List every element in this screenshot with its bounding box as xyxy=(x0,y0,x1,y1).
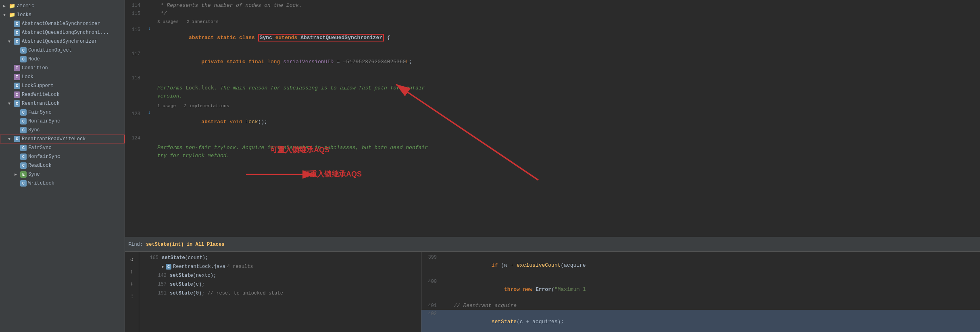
result-item[interactable]: 142 setState(nextc); xyxy=(139,271,421,280)
folder-icon: 📁 xyxy=(9,12,15,18)
find-bar: Find: setState(int) in All Places xyxy=(125,237,980,251)
enum-icon: E xyxy=(20,171,27,178)
result-line-num: 165 xyxy=(142,255,162,261)
sidebar-item-label: ReentrantReadWriteLock xyxy=(22,136,85,142)
class-icon: C xyxy=(14,100,20,107)
sidebar-item-readwrite-lock[interactable]: I ReadWriteLock xyxy=(0,90,125,99)
result-content: setState(nextc); xyxy=(170,273,216,278)
sidebar-item-label: NonfairSync xyxy=(28,154,60,160)
sidebar-item-sync[interactable]: C Sync xyxy=(0,126,125,135)
sidebar-item-abstract-queued[interactable]: ▼ C AbstractQueuedSynchronizer xyxy=(0,37,125,46)
code-line-doc1: Performs Lock.lock. The main reason for … xyxy=(125,82,980,102)
result-content: setState(0); // reset to unlocked state xyxy=(170,290,283,296)
bottom-code-line-402: 402 setState(c + acquires); xyxy=(421,310,980,332)
sidebar-item-abstract-ownable[interactable]: C AbstractOwnableSynchronizer xyxy=(0,19,125,28)
interface-icon: I xyxy=(14,74,20,80)
interface-icon: I xyxy=(14,65,20,71)
chevron-icon: ▶ xyxy=(162,264,164,269)
result-line-num: 142 xyxy=(150,273,170,278)
folder-icon: 📁 xyxy=(9,3,15,9)
usage-badge: 3 usages 2 inheritors xyxy=(154,18,980,26)
sidebar-item-abstract-queued-long[interactable]: C AbstractQueuedLongSynchroni... xyxy=(0,28,125,37)
result-content: setState(c); xyxy=(170,282,204,287)
bottom-code-line-400: 400 throw new Error("Maximum l xyxy=(421,278,980,302)
code-line-115: 115 */ xyxy=(125,10,980,18)
line-number: 401 xyxy=(421,302,441,310)
line-content: */ xyxy=(154,10,980,18)
find-query: setState(int) in All Places xyxy=(146,242,224,247)
up-button[interactable]: ↑ xyxy=(127,267,136,276)
sidebar-item-condition[interactable]: I Condition xyxy=(0,64,125,73)
code-line-118: 118 xyxy=(125,74,980,82)
line-content: Performs Lock.lock. The main reason for … xyxy=(154,82,436,102)
result-item[interactable]: 191 setState(0); // reset to unlocked st… xyxy=(139,289,421,298)
class-icon: C xyxy=(14,29,20,36)
class-icon: C xyxy=(20,154,27,160)
line-content: abstract static class Sync extends Abstr… xyxy=(154,26,980,50)
sidebar-item-reentrant-readwrite[interactable]: ▼ C ReentrantReadWriteLock xyxy=(0,135,125,143)
sidebar-item-lock[interactable]: I Lock xyxy=(0,73,125,81)
bottom-code-line-399: 399 if (w + exclusiveCount(acquire xyxy=(421,253,980,278)
sidebar-item-rrwl-nonfair-sync[interactable]: C NonfairSync xyxy=(0,152,125,161)
bottom-code-line-401: 401 // Reentrant acquire xyxy=(421,302,980,310)
sidebar-item-rrwl-sync[interactable]: ▶ E Sync xyxy=(0,170,125,179)
line-number: 402 xyxy=(421,310,441,318)
result-filename: ReentrantLock.java xyxy=(173,264,225,270)
class-icon: C xyxy=(14,38,20,45)
sidebar-item-label: ReadLock xyxy=(28,163,52,168)
line-number: 117 xyxy=(125,50,144,58)
code-editor: 114 * Represents the number of nodes on … xyxy=(125,0,980,251)
chevron-icon: ▶ xyxy=(3,4,9,8)
class-icon: C xyxy=(20,47,27,54)
sidebar-item-label: WriteLock xyxy=(28,181,54,186)
code-line-meta1: 3 usages 2 inheritors xyxy=(125,18,980,26)
right-code-panel: 399 if (w + exclusiveCount(acquire 400 t… xyxy=(421,252,980,332)
sidebar-item-lock-support[interactable]: C LockSupport xyxy=(0,81,125,90)
down-button[interactable]: ↓ xyxy=(127,279,136,288)
sidebar-item-condition-object[interactable]: C ConditionObject xyxy=(0,46,125,55)
result-line-num: 191 xyxy=(150,290,170,296)
sidebar-item-read-lock[interactable]: C ReadLock xyxy=(0,161,125,170)
sidebar-item-fair-sync[interactable]: C FairSync xyxy=(0,108,125,117)
line-content: private static final long serialVersionU… xyxy=(154,50,980,74)
main-content: 114 * Represents the number of nodes on … xyxy=(125,0,980,332)
result-item[interactable]: 157 setState(c); xyxy=(139,280,421,289)
line-content: setState(c + acquires); xyxy=(450,310,980,332)
sidebar-item-label: NonfairSync xyxy=(28,118,60,124)
result-item[interactable]: 165 setState(count); xyxy=(139,253,421,262)
line-number: 115 xyxy=(125,10,144,18)
code-line-114: 114 * Represents the number of nodes on … xyxy=(125,2,980,10)
find-label: Find: xyxy=(128,242,143,247)
line-content: throw new Error("Maximum l xyxy=(450,278,980,302)
file-tree[interactable]: ▶ 📁 atomic ▼ 📁 locks C AbstractOwnableSy… xyxy=(0,0,125,332)
sidebar-item-locks[interactable]: ▼ 📁 locks xyxy=(0,10,125,19)
line-number: 114 xyxy=(125,2,144,10)
sidebar-item-nonfair-sync[interactable]: C NonfairSync xyxy=(0,117,125,126)
sidebar-item-label: ReentrantLock xyxy=(22,101,60,106)
line-number: 118 xyxy=(125,74,144,82)
sidebar-item-label: AbstractQueuedSynchronizer xyxy=(22,39,97,44)
line-gutter: ↓ xyxy=(144,110,154,116)
sidebar-item-label: AbstractQueuedLongSynchroni... xyxy=(22,30,109,35)
usage-badge: 1 usage 2 implementations xyxy=(154,102,980,110)
line-content: * Represents the number of nodes on the … xyxy=(154,2,980,10)
sidebar-item-node[interactable]: C Node xyxy=(0,55,125,64)
sidebar-item-write-lock[interactable]: C WriteLock xyxy=(0,179,125,188)
class-icon: C xyxy=(20,118,27,124)
sidebar-item-atomic[interactable]: ▶ 📁 atomic xyxy=(0,2,125,10)
sidebar-item-label: LockSupport xyxy=(22,83,54,89)
result-line-num: 157 xyxy=(150,282,170,287)
expand-button[interactable]: ⋮ xyxy=(127,291,136,300)
sidebar-item-rrwl-fair-sync[interactable]: C FairSync xyxy=(0,143,125,152)
refresh-button[interactable]: ↺ xyxy=(127,255,136,264)
chinese-annotation: 可重入锁继承AQS xyxy=(270,145,329,155)
sidebar-item-label: Lock xyxy=(22,74,33,80)
result-file-header[interactable]: ▶ C ReentrantLock.java 4 results xyxy=(139,262,421,271)
line-number: 116 xyxy=(125,26,144,34)
line-gutter: ↓ xyxy=(144,26,154,31)
code-line-doc2: Performs non-fair tryLock. Acquire is im… xyxy=(125,142,980,162)
class-icon: C xyxy=(14,83,20,89)
code-area: 114 * Represents the number of nodes on … xyxy=(125,0,980,237)
sidebar-item-reentrant-lock[interactable]: ▼ C ReentrantLock xyxy=(0,99,125,108)
class-icon: C xyxy=(14,136,20,142)
